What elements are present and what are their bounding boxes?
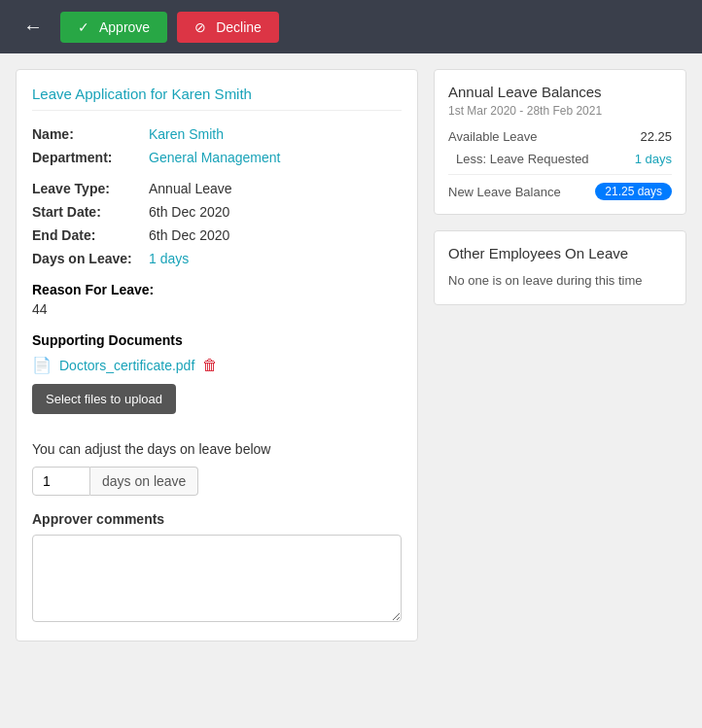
back-arrow-icon: ←	[23, 16, 43, 38]
document-row: 📄 Doctors_certificate.pdf 🗑	[32, 356, 402, 374]
main-content: Leave Application for Karen Smith Name: …	[0, 53, 702, 657]
leave-type-label: Leave Type:	[32, 181, 149, 196]
start-date-value: 6th Dec 2020	[149, 204, 229, 220]
supporting-docs-label: Supporting Documents	[32, 332, 402, 348]
left-panel: Leave Application for Karen Smith Name: …	[16, 69, 418, 641]
decline-ban-icon	[194, 19, 210, 35]
days-label-box: days on leave	[90, 467, 198, 496]
end-date-row: End Date: 6th Dec 2020	[32, 227, 402, 243]
start-date-label: Start Date:	[32, 204, 149, 220]
name-row: Name: Karen Smith	[32, 126, 402, 142]
delete-doc-icon[interactable]: 🗑	[202, 357, 218, 374]
new-balance-label: New Leave Balance	[448, 185, 561, 199]
balance-card: Annual Leave Balances 1st Mar 2020 - 28t…	[434, 69, 686, 215]
days-on-leave-label: Days on Leave:	[32, 251, 149, 266]
upload-button[interactable]: Select files to upload	[32, 384, 176, 414]
reason-for-leave-label: Reason For Leave:	[32, 282, 402, 297]
balance-card-title: Annual Leave Balances	[448, 84, 672, 100]
decline-label: Decline	[216, 19, 262, 35]
balance-card-subtitle: 1st Mar 2020 - 28th Feb 2021	[448, 104, 672, 118]
top-bar: ← Approve Decline	[0, 0, 702, 53]
other-leave-text: No one is on leave during this time	[448, 271, 672, 291]
approve-check-icon	[78, 19, 93, 35]
name-value: Karen Smith	[149, 126, 224, 142]
adjust-days-label: You can adjust the days on leave below	[32, 441, 402, 457]
name-label: Name:	[32, 126, 149, 142]
start-date-row: Start Date: 6th Dec 2020	[32, 204, 402, 220]
approver-comments-label: Approver comments	[32, 511, 402, 527]
back-button[interactable]: ←	[16, 12, 51, 42]
decline-button[interactable]: Decline	[177, 12, 279, 43]
balance-divider	[448, 174, 672, 175]
available-leave-label: Available Leave	[448, 129, 538, 144]
other-leave-title: Other Employees On Leave	[448, 245, 672, 261]
department-label: Department:	[32, 150, 149, 165]
days-input-row: days on leave	[32, 467, 402, 496]
other-leave-card: Other Employees On Leave No one is on le…	[434, 230, 686, 305]
leave-type-row: Leave Type: Annual Leave	[32, 181, 402, 196]
new-balance-row: New Leave Balance 21.25 days	[448, 183, 672, 200]
leave-requested-value: 1 days	[635, 152, 672, 166]
approver-comments-textarea[interactable]	[32, 535, 402, 622]
pdf-icon: 📄	[32, 356, 52, 374]
days-on-leave-value: 1 days	[149, 251, 189, 266]
doc-link[interactable]: Doctors_certificate.pdf	[59, 358, 194, 373]
leave-requested-row: Less: Leave Requested 1 days	[448, 152, 672, 166]
approve-button[interactable]: Approve	[60, 12, 167, 43]
reason-value: 44	[32, 301, 402, 317]
leave-requested-label: Less: Leave Requested	[456, 152, 589, 166]
panel-title: Leave Application for Karen Smith	[32, 86, 402, 111]
approve-label: Approve	[99, 19, 150, 35]
leave-type-value: Annual Leave	[149, 181, 232, 196]
available-leave-row: Available Leave 22.25	[448, 129, 672, 144]
available-leave-value: 22.25	[640, 129, 672, 144]
department-value: General Management	[149, 150, 280, 165]
days-on-leave-row: Days on Leave: 1 days	[32, 251, 402, 266]
new-balance-badge: 21.25 days	[595, 183, 672, 200]
right-panel: Annual Leave Balances 1st Mar 2020 - 28t…	[434, 69, 686, 641]
end-date-value: 6th Dec 2020	[149, 227, 229, 243]
department-row: Department: General Management	[32, 150, 402, 165]
days-input[interactable]	[32, 467, 90, 496]
end-date-label: End Date:	[32, 227, 149, 243]
